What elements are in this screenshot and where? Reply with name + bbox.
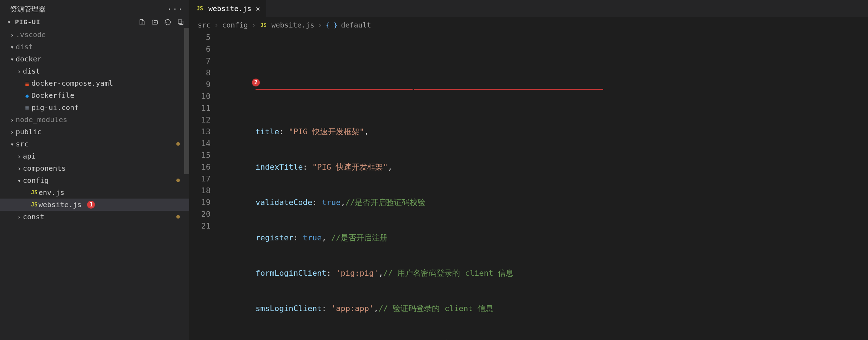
tree-label: Dockerfile — [31, 91, 74, 100]
tree-folder-components[interactable]: › components — [0, 162, 189, 174]
tree-folder-src[interactable]: ▾ src — [0, 138, 189, 150]
tree-folder-docker[interactable]: ▾ docker — [0, 53, 189, 65]
tree-label: components — [23, 164, 66, 172]
code-line: smsLoginClient: 'app:app',// 验证码登录的 clie… — [221, 302, 868, 314]
tree-label: dist — [16, 42, 33, 51]
chevron-right-icon: › — [16, 213, 23, 221]
tree-file-env-js[interactable]: JS env.js — [0, 186, 189, 199]
symbol-icon: { } — [326, 21, 338, 29]
modified-indicator-icon — [176, 142, 180, 146]
explorer-title: 资源管理器 — [10, 4, 46, 14]
chevron-right-icon: › — [9, 128, 16, 136]
code-body[interactable]: 2 title: "PIG 快速开发框架", indexTitle: "PIG … — [221, 31, 868, 340]
code-line: indexTitle: "PIG 快速开发框架", — [221, 161, 868, 173]
tree-label: dist — [23, 67, 40, 75]
code-line: remainingTime: 1800000, // token 剩余多少毫秒执… — [221, 338, 868, 340]
tree-label: pig-ui.conf — [31, 103, 79, 112]
tree-folder-public[interactable]: › public — [0, 126, 189, 138]
folder-section-name: PIG-UI — [15, 18, 40, 26]
new-file-icon[interactable] — [138, 19, 146, 26]
editor-pane: JS website.js ✕ src › config › JS websit… — [189, 0, 868, 340]
chevron-down-icon: ▾ — [9, 140, 16, 148]
more-actions-icon[interactable]: ··· — [167, 5, 183, 14]
chevron-right-icon: › — [16, 68, 23, 75]
breadcrumb-separator-icon: › — [318, 21, 322, 29]
tree-label: api — [23, 152, 36, 160]
tab-filename: website.js — [208, 4, 251, 13]
chevron-down-icon: ▾ — [9, 43, 16, 51]
code-editor[interactable]: 5 6 7 8 9 10 11 12 13 14 15 16 17 18 19 … — [189, 31, 868, 340]
refresh-icon[interactable] — [164, 19, 171, 26]
new-folder-icon[interactable] — [151, 19, 158, 26]
js-file-icon: JS — [196, 5, 204, 12]
tree-label: config — [23, 176, 49, 185]
chevron-right-icon: › — [16, 152, 23, 160]
js-file-icon: JS — [30, 189, 39, 196]
file-tree: › .vscode ▾ dist ▾ docker › dist ≣ docke… — [0, 28, 189, 340]
code-line: validateCode: true,//是否开启验证码校验 — [221, 196, 868, 208]
tree-folder-const[interactable]: › const — [0, 211, 189, 223]
line-number-gutter: 5 6 7 8 9 10 11 12 13 14 15 16 17 18 19 … — [189, 31, 221, 340]
tree-label: docker — [16, 55, 41, 63]
folder-section-actions — [138, 19, 184, 26]
tree-folder-vscode[interactable]: › .vscode — [0, 29, 189, 41]
tree-file-pig-ui-conf[interactable]: ≣ pig-ui.conf — [0, 101, 189, 114]
chevron-down-icon: ▾ — [9, 55, 16, 63]
tree-folder-dist[interactable]: ▾ dist — [0, 41, 189, 53]
tree-label: .vscode — [16, 30, 46, 39]
breadcrumb-item[interactable]: src — [198, 21, 211, 29]
folder-section-header[interactable]: ▾ PIG-UI — [0, 16, 189, 28]
tree-label: const — [23, 212, 44, 221]
tree-file-dockerfile[interactable]: ◆ Dockerfile — [0, 89, 189, 101]
chevron-right-icon: › — [9, 31, 16, 39]
tree-file-docker-compose[interactable]: ≣ docker-compose.yaml — [0, 77, 189, 89]
tree-file-website-js[interactable]: JS website.js 1 — [0, 199, 189, 211]
tree-label: env.js — [39, 188, 64, 197]
tree-folder-config[interactable]: ▾ config — [0, 174, 189, 186]
close-tab-icon[interactable]: ✕ — [256, 4, 260, 13]
tree-folder-node-modules[interactable]: › node_modules — [0, 114, 189, 126]
conf-file-icon: ≣ — [23, 104, 31, 111]
annotation-badge-1: 1 — [87, 201, 95, 209]
breadcrumb-item[interactable]: website.js — [271, 21, 314, 29]
tree-folder-docker-dist[interactable]: › dist — [0, 65, 189, 77]
modified-indicator-icon — [176, 215, 180, 219]
breadcrumb[interactable]: src › config › JS website.js › { } defau… — [189, 17, 868, 31]
tree-folder-api[interactable]: › api — [0, 150, 189, 162]
js-file-icon: JS — [259, 22, 268, 28]
tree-label: public — [16, 128, 41, 136]
tree-label: website.js — [39, 200, 81, 209]
tab-website-js[interactable]: JS website.js ✕ — [189, 0, 266, 17]
chevron-right-icon: › — [16, 165, 23, 172]
annotation-underline — [414, 89, 603, 90]
js-file-icon: JS — [30, 201, 39, 208]
chevron-down-icon: ▾ — [6, 18, 13, 26]
collapse-all-icon[interactable] — [177, 19, 184, 26]
tree-label: src — [16, 140, 29, 148]
tree-label: docker-compose.yaml — [31, 79, 113, 88]
breadcrumb-item[interactable]: default — [341, 21, 371, 29]
code-line: title: "PIG 快速开发框架", — [221, 126, 868, 138]
annotation-badge-2: 2 — [246, 79, 260, 86]
annotation-underline — [256, 89, 413, 90]
chevron-down-icon: ▾ — [16, 177, 23, 184]
breadcrumb-separator-icon: › — [251, 21, 256, 29]
code-line: register: true, //是否开启注册 — [221, 232, 868, 244]
docker-file-icon: ◆ — [23, 92, 31, 99]
explorer-header: 资源管理器 ··· — [0, 0, 189, 16]
chevron-right-icon: › — [9, 116, 16, 124]
yaml-file-icon: ≣ — [23, 80, 31, 87]
tab-bar: JS website.js ✕ — [189, 0, 868, 17]
breadcrumb-separator-icon: › — [214, 21, 218, 29]
breadcrumb-item[interactable]: config — [222, 21, 248, 29]
file-explorer: 资源管理器 ··· ▾ PIG-UI — [0, 0, 189, 340]
tree-label: node_modules — [16, 115, 67, 124]
code-line: formLoginClient: 'pig:pig',// 用户名密码登录的 c… — [221, 267, 868, 279]
modified-indicator-icon — [176, 179, 180, 182]
svg-rect-0 — [178, 20, 182, 23]
